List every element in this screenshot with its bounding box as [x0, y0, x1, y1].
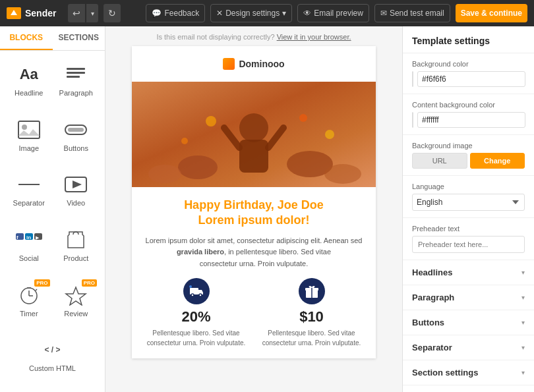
accordion-section-settings: Section settings ▾ — [403, 360, 534, 385]
bg-color-input[interactable] — [417, 71, 525, 87]
accordion-section-settings-title: Section settings — [412, 368, 478, 378]
redo-button[interactable]: ↻ — [104, 4, 121, 22]
tab-sections[interactable]: SECTIONS — [53, 26, 105, 50]
feedback-button[interactable]: 💬 Feedback — [146, 4, 205, 22]
design-settings-button[interactable]: ✕ Design settings ▾ — [210, 4, 292, 22]
block-timer[interactable]: PRO Timer — [5, 277, 53, 332]
block-separator[interactable]: Separator — [5, 166, 53, 221]
paragraph-icon — [63, 63, 89, 86]
accordion-separator: Separator ▾ — [403, 335, 534, 360]
bg-color-section: Background color — [403, 53, 534, 94]
preview-bar: Is this email not displaying correctly? … — [156, 33, 351, 41]
svg-point-23 — [239, 113, 268, 142]
accordion-separator-title: Separator — [412, 343, 452, 352]
svg-rect-6 — [68, 128, 84, 132]
block-paragraph-label: Paragraph — [59, 89, 93, 97]
feature-discount: 20% Pellentesque libero. Sed vitae conse… — [145, 278, 247, 348]
email-preview-button[interactable]: 👁 Email preview — [297, 4, 369, 22]
brand-icon — [7, 7, 21, 19]
title-highlight: Joe Doe — [278, 198, 324, 211]
brand-name: Sender — [25, 8, 56, 18]
content-bg-swatch[interactable] — [412, 112, 413, 128]
bg-color-swatch[interactable] — [412, 71, 413, 87]
design-chevron-icon: ▾ — [282, 9, 286, 18]
block-timer-label: Timer — [20, 310, 38, 318]
svg-point-32 — [299, 114, 307, 122]
block-headline[interactable]: Aa Headline — [5, 56, 53, 111]
block-headline-label: Headline — [15, 89, 43, 97]
block-image[interactable]: Image — [5, 111, 53, 167]
undo-dropdown-button[interactable]: ▾ — [86, 4, 98, 22]
svg-rect-38 — [189, 285, 192, 288]
block-review[interactable]: PRO Review — [53, 277, 100, 332]
preview-link[interactable]: View it in your browser. — [277, 33, 351, 41]
accordion-section-settings-header[interactable]: Section settings ▾ — [403, 360, 534, 385]
feature-discount-value: 20% — [145, 308, 247, 325]
feature-gift-desc: Pellentesque libero. Sed vitae consectet… — [260, 328, 363, 348]
email-logo: Dominooo — [138, 53, 369, 75]
blocks-grid: Aa Headline Paragraph Image — [0, 51, 105, 392]
bg-image-section: Background image URL Change — [403, 135, 534, 176]
language-select[interactable]: English Spanish French — [412, 194, 525, 211]
svg-point-27 — [178, 155, 218, 179]
accordion-headlines-chevron: ▾ — [521, 269, 525, 276]
review-pro-badge: PRO — [82, 279, 97, 287]
image-icon — [16, 118, 42, 142]
svg-rect-0 — [67, 68, 85, 70]
send-test-button[interactable]: ✉ Send test email — [374, 4, 450, 22]
feature-gift-value: $10 — [260, 308, 363, 325]
tab-blocks[interactable]: BLOCKS — [0, 26, 53, 50]
content-bg-input[interactable] — [417, 112, 525, 128]
bg-image-label: Background image — [412, 142, 525, 150]
block-product[interactable]: Product — [53, 221, 100, 277]
url-button[interactable]: URL — [412, 153, 467, 169]
block-paragraph[interactable]: Paragraph — [53, 56, 100, 111]
block-social-label: Social — [19, 254, 39, 262]
accordion-headlines-header[interactable]: Headlines ▾ — [403, 260, 534, 285]
accordion-buttons: Buttons ▾ — [403, 310, 534, 335]
product-icon — [63, 228, 89, 252]
brand-logo: Sender — [7, 7, 56, 19]
accordion-section-settings-chevron: ▾ — [521, 369, 525, 376]
bg-color-row — [412, 71, 525, 87]
block-video[interactable]: Video — [53, 166, 100, 221]
save-continue-button[interactable]: Save & continue — [456, 4, 527, 22]
preheader-input[interactable] — [412, 236, 525, 253]
accordion-buttons-header[interactable]: Buttons ▾ — [403, 310, 534, 335]
accordion-buttons-title: Buttons — [412, 318, 444, 327]
title-plain: Happy Birthday, — [184, 198, 278, 211]
svg-rect-2 — [67, 76, 80, 78]
accordion-preview-unsubscribe-header[interactable]: Preview & Unsubscribe ▾ — [403, 385, 534, 392]
email-header: Dominooo — [132, 46, 376, 82]
preview-icon: 👁 — [303, 9, 311, 18]
left-sidebar: BLOCKS SECTIONS Aa Headline Paragraph — [0, 26, 105, 392]
feedback-icon: 💬 — [152, 9, 162, 18]
accordion-paragraph-title: Paragraph — [412, 293, 454, 302]
block-buttons[interactable]: Buttons — [53, 111, 100, 167]
svg-point-4 — [22, 125, 27, 130]
block-custom-html-label: Custom HTML — [29, 364, 76, 372]
change-button[interactable]: Change — [470, 153, 525, 169]
buttons-icon — [63, 118, 89, 142]
bg-color-label: Background color — [412, 60, 525, 68]
accordion-separator-header[interactable]: Separator ▾ — [403, 335, 534, 360]
custom-html-icon: < / > — [40, 338, 66, 362]
block-custom-html[interactable]: < / > Custom HTML — [5, 331, 100, 387]
preheader-label: Preheader text — [412, 225, 525, 233]
svg-line-20 — [36, 289, 37, 291]
design-icon: ✕ — [216, 9, 223, 18]
svg-point-29 — [148, 165, 181, 183]
block-image-label: Image — [18, 144, 39, 152]
block-social[interactable]: fin▶ Social — [5, 221, 53, 277]
svg-rect-1 — [67, 72, 85, 74]
svg-point-37 — [199, 294, 202, 296]
svg-point-30 — [324, 164, 361, 184]
accordion-paragraph-header[interactable]: Paragraph ▾ — [403, 285, 534, 310]
accordion-buttons-chevron: ▾ — [521, 319, 525, 326]
send-icon: ✉ — [380, 9, 387, 18]
topbar: Sender ↩ ▾ ↻ 💬 Feedback ✕ Design setting… — [0, 0, 534, 26]
panel-title: Template settings — [403, 26, 534, 53]
undo-button[interactable]: ↩ — [68, 4, 85, 22]
sidebar-tabs: BLOCKS SECTIONS — [0, 26, 105, 51]
review-icon — [63, 283, 89, 307]
